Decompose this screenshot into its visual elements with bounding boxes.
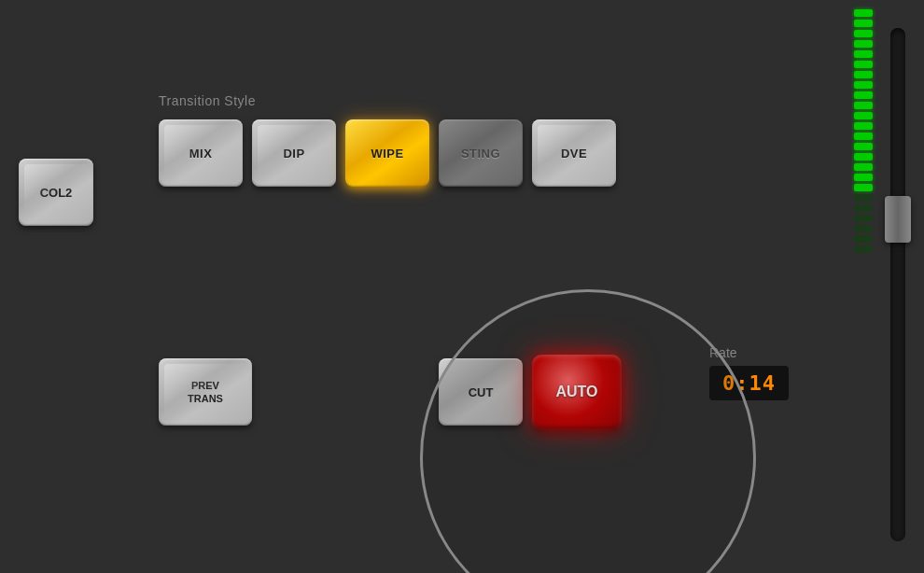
transition-section: Transition Style MIX DIP WIPE STING DVE [159, 93, 681, 215]
vu-segment-21 [854, 225, 873, 232]
vu-segment-16 [854, 174, 873, 181]
cut-label: CUT [469, 385, 494, 399]
vu-segment-20 [854, 215, 873, 222]
vu-segment-22 [854, 235, 873, 243]
prev-trans-label: PREV TRANS [188, 379, 223, 406]
sting-button[interactable]: STING [439, 119, 523, 187]
vu-segments [854, 9, 873, 253]
col2-label: COL2 [40, 186, 73, 200]
wipe-label: WIPE [371, 147, 403, 161]
dve-label: DVE [561, 147, 587, 161]
vu-segment-7 [854, 81, 873, 89]
vu-segment-9 [854, 102, 873, 109]
vu-meter [849, 9, 877, 551]
wipe-button[interactable]: WIPE [345, 119, 429, 187]
vu-segment-13 [854, 143, 873, 150]
prev-trans-button[interactable]: PREV TRANS [159, 358, 252, 426]
mix-label: MIX [189, 147, 213, 161]
vu-segment-23 [854, 245, 873, 253]
fader-track [890, 28, 905, 541]
vu-segment-18 [854, 194, 873, 202]
vu-segment-17 [854, 184, 873, 191]
transition-section-label: Transition Style [159, 93, 681, 108]
rate-value: 0:14 [709, 366, 789, 400]
auto-button[interactable]: AUTO [532, 355, 622, 429]
vu-segment-1 [854, 20, 873, 27]
rate-label: Rate [709, 345, 789, 360]
vu-segment-10 [854, 112, 873, 119]
col2-button[interactable]: COL2 [19, 159, 93, 226]
vu-segment-11 [854, 122, 873, 130]
vu-segment-19 [854, 204, 873, 212]
dve-button[interactable]: DVE [532, 119, 616, 187]
vu-segment-14 [854, 153, 873, 161]
main-panel: COL2 Transition Style MIX DIP WIPE STING… [0, 0, 924, 573]
vu-segment-6 [854, 71, 873, 78]
vu-segment-8 [854, 91, 873, 99]
focus-circle-overlay [420, 289, 756, 573]
auto-label: AUTO [555, 384, 597, 400]
rate-area: Rate 0:14 [709, 345, 789, 400]
fader-handle[interactable] [885, 196, 911, 243]
vu-segment-15 [854, 163, 873, 171]
vu-segment-5 [854, 61, 873, 68]
vu-segment-4 [854, 50, 873, 58]
dip-label: DIP [283, 147, 304, 161]
vu-segment-0 [854, 9, 873, 17]
vu-segment-3 [854, 40, 873, 48]
sting-label: STING [461, 147, 500, 161]
transition-buttons: MIX DIP WIPE STING DVE [159, 119, 681, 187]
vu-segment-12 [854, 133, 873, 140]
dip-button[interactable]: DIP [252, 119, 336, 187]
bottom-row: PREV TRANS CUT AUTO [159, 355, 622, 429]
mix-button[interactable]: MIX [159, 119, 243, 187]
cut-button[interactable]: CUT [439, 358, 523, 426]
vu-segment-2 [854, 30, 873, 37]
